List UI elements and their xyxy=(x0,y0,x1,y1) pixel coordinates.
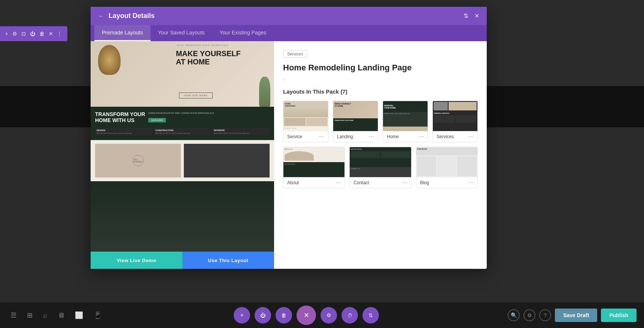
layout-card-about[interactable]: ABOUT US GET IN TOUCH xyxy=(283,147,345,188)
delete-button[interactable]: 🗑 xyxy=(276,307,292,324)
layout-thumb-contact: GET IN TOUCH CONTACT US xyxy=(350,147,411,177)
publish-button[interactable]: Publish xyxy=(601,309,637,322)
layout-card-home[interactable]: REMODELYOUR HOME TRANSFORM YOUR HOME WIT… xyxy=(383,101,428,142)
modal-header-right: ⇅ ✕ xyxy=(464,12,479,19)
preview-image: DIVI RENOVATIONS SERVICES MAKE YOURSELFA… xyxy=(91,41,274,252)
layout-card-services[interactable]: REMODEL SERVICES Services ⋯ xyxy=(432,101,478,142)
bottom-toolbar: ☰ ⊞ ⌕ 🖥 ⬜ 📱 + ⏻ 🗑 ✕ ⚙ ⏱ ⇅ 🔍 ⚙ ? Save Dra… xyxy=(0,303,644,328)
layouts-grid-row2: ABOUT US GET IN TOUCH xyxy=(283,147,478,188)
layout-thumb-home: REMODELYOUR HOME TRANSFORM YOUR HOME WIT… xyxy=(383,101,428,131)
save-draft-button[interactable]: Save Draft xyxy=(555,309,597,322)
fake-preview: DIVI RENOVATIONS SERVICES MAKE YOURSELFA… xyxy=(91,41,274,252)
close-button[interactable]: ✕ xyxy=(297,306,316,325)
layouts-grid-row1: HOMEADDITIONS EXPAND · GROW Service ⋯ xyxy=(283,101,478,142)
layout-dot: . xyxy=(283,75,478,82)
details-panel: Services Home Remodeling Landing Page . … xyxy=(274,41,487,269)
layout-card-footer-blog: Blog ⋯ xyxy=(416,177,477,188)
bottom-center-group: + ⏻ 🗑 ✕ ⚙ ⏱ ⇅ xyxy=(234,306,379,325)
layout-card-name-contact: Contact xyxy=(353,180,369,185)
bottom-right-group: 🔍 ⚙ ? Save Draft Publish xyxy=(508,309,637,322)
power-button[interactable]: ⏻ xyxy=(255,307,271,324)
search-bottom-icon[interactable]: ⌕ xyxy=(40,309,50,322)
back-arrow-icon[interactable]: ← xyxy=(98,13,104,19)
gear-button[interactable]: ⚙ xyxy=(321,307,337,324)
help-circle-button[interactable]: ? xyxy=(539,309,551,321)
add-button[interactable]: + xyxy=(234,307,250,324)
layout-thumb-services: REMODEL SERVICES xyxy=(433,101,477,131)
use-this-layout-button[interactable]: Use This Layout xyxy=(182,252,274,269)
preview-service-interior: INTERIOR Matin dignment dolor sit amet c… xyxy=(212,128,270,136)
swap-button[interactable]: ⇅ xyxy=(362,307,379,324)
layout-card-menu-about[interactable]: ⋯ xyxy=(335,180,341,186)
preview-services-row: DESIGN Matin dignment dolor sit amet con… xyxy=(95,128,270,136)
layout-card-blog[interactable]: OUR BLOG Blog ⋯ xyxy=(416,147,478,188)
layout-card-footer-services: Services ⋯ xyxy=(433,131,477,142)
modal-header: ← Layout Details ⇅ ✕ xyxy=(91,7,487,25)
settings-circle-button[interactable]: ⚙ xyxy=(523,309,535,321)
layout-card-menu-landing[interactable]: ⋯ xyxy=(369,134,374,140)
preview-dark-section: TRANSFORM YOURHOME WITH US LOREM IPSUM D… xyxy=(91,107,274,140)
black-panel-left xyxy=(0,86,91,127)
power-icon[interactable]: ⏻ xyxy=(30,31,35,37)
add-section-icon[interactable]: + xyxy=(5,31,8,37)
preview-dark-body: LOREM IPSUM DOLOR SIT AMET, CONSECTETUR … xyxy=(148,111,270,122)
monitor-icon[interactable]: 🖥 xyxy=(55,309,67,322)
black-panel-right xyxy=(487,86,644,127)
tab-saved-layouts[interactable]: Your Saved Layouts xyxy=(151,25,212,41)
layout-card-landing[interactable]: MAKE YOURSELFAT HOME TRANSFORM YOUR HOME… xyxy=(333,101,378,142)
preview-service-design: DESIGN Matin dignment dolor sit amet con… xyxy=(95,128,152,136)
layout-card-name-blog: Blog xyxy=(420,180,429,185)
preview-img-left: GETSTARTED xyxy=(95,144,181,177)
settings-icon[interactable]: ⚙ xyxy=(12,31,17,37)
left-toolbar: + ⚙ ⊡ ⏻ 🗑 ✕ ⋮ xyxy=(0,26,67,41)
modal-header-left: ← Layout Details xyxy=(98,12,155,20)
preview-lamp-decoration xyxy=(98,45,121,75)
layout-card-footer-about: About ⋯ xyxy=(283,177,344,188)
category-badge: Services xyxy=(283,50,307,58)
view-live-demo-button[interactable]: View Live Demo xyxy=(91,252,182,269)
trash-icon[interactable]: 🗑 xyxy=(39,31,45,37)
layout-card-menu-contact[interactable]: ⋯ xyxy=(402,180,407,186)
tablet-icon[interactable]: ⬜ xyxy=(72,308,86,322)
more-icon[interactable]: ⋮ xyxy=(57,31,62,37)
preview-dark-title: TRANSFORM YOURHOME WITH US xyxy=(95,111,145,123)
layout-thumb-blog: OUR BLOG xyxy=(416,147,477,177)
layout-card-contact[interactable]: GET IN TOUCH CONTACT US xyxy=(349,147,411,188)
layout-card-menu-services[interactable]: ⋯ xyxy=(468,134,474,140)
layout-card-menu-home[interactable]: ⋯ xyxy=(419,134,424,140)
layout-card-name-services: Services xyxy=(437,134,454,139)
close-icon[interactable]: ✕ xyxy=(49,31,53,37)
columns-icon[interactable]: ⊞ xyxy=(24,308,36,322)
preview-service-construction: CONSTRUCTION Matin dignment dolor sit am… xyxy=(154,128,211,136)
layout-card-footer-contact: Contact ⋯ xyxy=(350,177,411,188)
preview-circle-get-started: GETSTARTED xyxy=(133,155,144,166)
sort-icon[interactable]: ⇅ xyxy=(464,12,468,19)
layout-icon[interactable]: ⊡ xyxy=(21,31,26,37)
layout-card-service[interactable]: HOMEADDITIONS EXPAND · GROW Service ⋯ xyxy=(283,101,328,142)
modal-close-icon[interactable]: ✕ xyxy=(474,12,479,19)
tab-premade-layouts[interactable]: Premade Layouts xyxy=(94,25,151,41)
modal-body: DIVI RENOVATIONS SERVICES MAKE YOURSELFA… xyxy=(91,41,487,269)
layout-card-name-service: Service xyxy=(287,134,302,139)
preview-hero-cta: VIEW OUR WORK xyxy=(179,92,213,98)
preview-light-section: GETSTARTED xyxy=(91,140,274,181)
preview-show-more: SHOW MORE xyxy=(148,118,166,122)
layout-thumb-service: HOMEADDITIONS EXPAND · GROW xyxy=(283,101,328,131)
layout-thumb-landing: MAKE YOURSELFAT HOME TRANSFORM YOUR HOME xyxy=(333,101,378,131)
layout-card-menu-service[interactable]: ⋯ xyxy=(319,134,324,140)
bottom-left-group: ☰ ⊞ ⌕ 🖥 ⬜ 📱 xyxy=(7,308,105,322)
preview-img-right xyxy=(184,144,270,177)
modal-tabs: Premade Layouts Your Saved Layouts Your … xyxy=(91,25,487,41)
layout-thumb-about: ABOUT US GET IN TOUCH xyxy=(283,147,344,177)
tab-existing-pages[interactable]: Your Existing Pages xyxy=(212,25,274,41)
history-button[interactable]: ⏱ xyxy=(341,307,358,324)
layout-card-name-home: Home xyxy=(387,134,399,139)
preview-hero-headline: MAKE YOURSELFAT HOME xyxy=(176,49,241,66)
search-circle-button[interactable]: 🔍 xyxy=(508,309,520,321)
layout-details-modal: ← Layout Details ⇅ ✕ Premade Layouts You… xyxy=(91,7,487,269)
layout-title: Home Remodeling Landing Page xyxy=(283,63,478,73)
layout-card-footer-home: Home ⋯ xyxy=(383,131,428,142)
hamburger-icon[interactable]: ☰ xyxy=(7,308,19,322)
layout-card-menu-blog[interactable]: ⋯ xyxy=(468,180,474,186)
mobile-icon[interactable]: 📱 xyxy=(91,308,105,322)
